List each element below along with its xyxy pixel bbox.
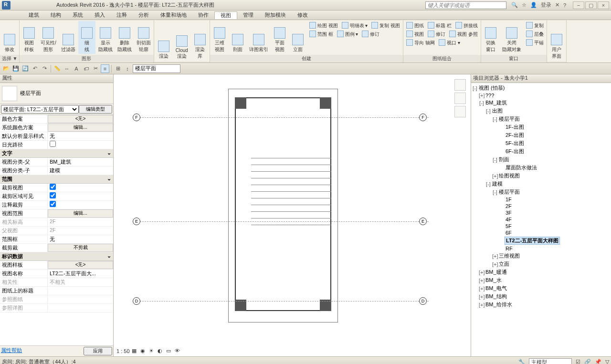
property-row[interactable]: 参照详图 [0, 304, 113, 312]
editable-only-icon[interactable]: ☑ [576, 359, 580, 364]
tree-expand-icon[interactable]: [+] [479, 278, 485, 283]
exchange-icon[interactable]: ✕ [553, 2, 561, 8]
ribbon-button[interactable]: 删除隐藏线 [116, 21, 134, 54]
close-button[interactable]: × [598, 1, 609, 9]
property-category[interactable]: 范围 [0, 175, 113, 184]
tree-node[interactable]: [-]BM_建筑 [472, 99, 610, 107]
minimize-button[interactable]: − [573, 1, 584, 9]
ribbon-button[interactable]: 视图 参照 [447, 30, 480, 38]
steering-wheel-icon[interactable] [454, 106, 466, 117]
property-row[interactable]: 父视图2F [0, 227, 113, 235]
tree-expand-icon[interactable]: [-] [472, 85, 478, 91]
property-value-button[interactable]: 编辑... [48, 209, 113, 218]
qat-text-icon[interactable]: A [72, 64, 81, 73]
ribbon-button[interactable]: 剖切面轮廓 [135, 21, 153, 54]
tree-node[interactable]: 3F [472, 209, 610, 216]
signin-label[interactable]: 登录 [539, 1, 553, 9]
home-icon[interactable] [454, 79, 466, 91]
property-row[interactable]: 截剪裁不剪裁 [0, 244, 113, 252]
tree-expand-icon[interactable]: [-] [492, 189, 498, 195]
property-value[interactable]: 建模 [48, 166, 113, 175]
tree-label[interactable]: BM_结构 [485, 293, 508, 300]
tree-expand-icon[interactable]: [+] [492, 253, 498, 259]
tree-node[interactable]: 2F-出图 [472, 131, 610, 139]
tree-label[interactable]: 1F-出图 [505, 124, 525, 131]
property-value[interactable]: BM_建筑 [48, 158, 113, 166]
tree-node[interactable]: 5F [472, 223, 610, 229]
ribbon-button[interactable]: 关闭隐藏对象 [500, 21, 523, 54]
property-row[interactable]: 视图分类-子建模 [0, 166, 113, 175]
view-cube-panel[interactable] [454, 79, 466, 119]
ribbon-button[interactable]: 修订 [426, 30, 447, 38]
tree-expand-icon[interactable]: [+] [492, 173, 498, 179]
tree-expand-icon[interactable]: [+] [479, 294, 485, 300]
property-checkbox[interactable] [50, 201, 56, 207]
tree-label[interactable]: 2F [505, 203, 513, 209]
worksets-icon[interactable]: 🔧 [518, 359, 525, 364]
tree-expand-icon[interactable]: [-] [485, 108, 491, 114]
tree-label[interactable]: 3F [505, 210, 513, 216]
tree-expand-icon[interactable]: [+] [479, 270, 485, 275]
tree-label[interactable]: 楼层平面 [498, 115, 521, 123]
menu-tab-管理[interactable]: 管理 [237, 11, 259, 19]
property-value[interactable]: LT2二-五层平面大... [48, 270, 113, 278]
qat-view-type-combo[interactable]: 楼层平面 [133, 64, 180, 73]
tree-node[interactable]: 4F [472, 216, 610, 223]
property-row[interactable]: 默认分析显示样式无 [0, 132, 113, 141]
property-category[interactable]: 文字 [0, 149, 113, 158]
tree-label[interactable]: BM_水 [485, 277, 503, 284]
property-row[interactable]: 裁剪视图 [0, 184, 113, 192]
select-links-icon[interactable]: 🔗 [584, 359, 591, 364]
select-pinned-icon[interactable]: 📌 [595, 359, 601, 364]
property-value[interactable]: 无 [48, 132, 113, 140]
tree-expand-icon[interactable]: [-] [492, 116, 498, 122]
tree-label[interactable]: BM_建筑 [485, 99, 508, 106]
property-checkbox[interactable] [50, 184, 56, 190]
tree-label[interactable]: 立面 [498, 260, 510, 268]
tree-expand-icon[interactable]: [-] [485, 181, 491, 187]
tree-node[interactable]: 屋面防水做法 [472, 164, 610, 172]
qat-undo-icon[interactable]: ↶ [31, 64, 39, 73]
ribbon-button[interactable]: 详图索引 [247, 21, 270, 54]
property-value-button[interactable]: 编辑... [48, 124, 113, 132]
ribbon-button[interactable]: 渲染 [155, 21, 172, 61]
tree-node[interactable]: [+]三维视图 [472, 252, 610, 260]
tree-node[interactable]: [-]楼层平面 [472, 115, 610, 123]
property-row[interactable]: 注释裁剪 [0, 201, 113, 209]
tree-node[interactable]: [-]剖面 [472, 156, 610, 164]
ribbon-button[interactable]: 范围 框 [307, 30, 335, 38]
tree-label[interactable]: 绘图视图 [498, 172, 521, 179]
property-row[interactable]: 视图范围编辑... [0, 209, 113, 218]
tree-label[interactable]: 建模 [491, 180, 504, 187]
menu-tab-分析[interactable]: 分析 [133, 11, 155, 19]
property-row[interactable]: 范围框无 [0, 235, 113, 244]
property-value-button[interactable]: <无> [48, 115, 113, 123]
ribbon-button[interactable]: 图例 ▾ [335, 30, 360, 38]
property-value[interactable] [48, 287, 113, 295]
maximize-button[interactable]: ▢ [585, 1, 597, 9]
ribbon-button[interactable]: 剖面 [229, 21, 246, 54]
qat-close-hidden-icon[interactable]: ⊞ [114, 64, 122, 73]
tree-expand-icon[interactable]: [+] [479, 302, 485, 308]
ribbon-button[interactable]: 视图 [404, 30, 426, 38]
property-value[interactable]: 2F [48, 227, 113, 235]
tree-label[interactable]: 4F [505, 217, 513, 222]
menu-tab-体量和场地[interactable]: 体量和场地 [155, 11, 192, 19]
ribbon-button[interactable]: 可见性/图形 [39, 21, 58, 54]
tree-node[interactable]: [-]建模 [472, 180, 610, 188]
tree-node[interactable]: [+]BM_结构 [472, 292, 610, 301]
qat-save-icon[interactable]: 💾 [11, 64, 20, 73]
subscription-icon[interactable]: ☆ [520, 2, 528, 8]
tree-label[interactable]: BM_电气 [485, 285, 508, 292]
ribbon-button[interactable]: 复制 [524, 21, 546, 30]
tree-label[interactable]: 三维视图 [498, 252, 521, 260]
property-row[interactable]: 视图分类-父BM_建筑 [0, 158, 113, 166]
tree-node[interactable]: [-]楼层平面 [472, 188, 610, 196]
tree-expand-icon[interactable]: [+] [492, 261, 498, 267]
tree-label[interactable]: 6F-出图 [505, 148, 525, 155]
tree-node[interactable]: 6F [472, 229, 610, 236]
ribbon-button[interactable]: 拼接线 [453, 21, 480, 30]
ribbon-button[interactable]: Cloud渲染 [173, 21, 190, 61]
tree-label[interactable]: 视图 (怕慕) [478, 84, 506, 92]
ribbon-button[interactable]: 渲染库 [191, 21, 209, 61]
